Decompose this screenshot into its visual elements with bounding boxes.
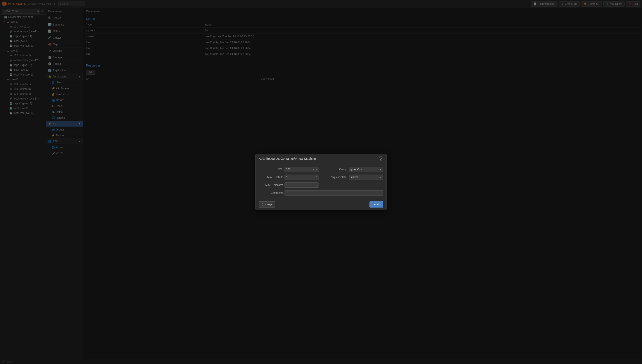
vm-clear-icon[interactable]: ✕: [312, 168, 314, 171]
max-relocate-up-arrow[interactable]: ▲: [316, 183, 318, 185]
max-relocate-field-row: Max. Relocate: ▲ ▼: [259, 182, 319, 188]
modal-close-button[interactable]: ✕: [379, 156, 383, 161]
request-state-label: Request State:: [323, 176, 347, 179]
request-state-value: started: [350, 176, 359, 179]
group-input[interactable]: group-1 ✕ ▼: [349, 167, 383, 172]
help-circle-icon: ?: [262, 203, 266, 206]
max-relocate-number-input[interactable]: [286, 183, 316, 188]
vm-input[interactable]: ✕ ▼: [285, 167, 319, 172]
modal-footer: ? Help Add: [256, 199, 386, 210]
modal-header: Add: Resource: Container/Virtual Machine…: [256, 154, 386, 163]
vm-dropdown-icon[interactable]: ▼: [315, 168, 317, 171]
max-restart-field-row: Max. Restart: ▲ ▼: [259, 174, 319, 180]
group-clear-icon[interactable]: ✕: [360, 168, 362, 171]
request-state-dropdown-icon: ▼: [379, 176, 382, 178]
max-restart-arrows: ▲ ▼: [316, 175, 318, 180]
modal-title: Add: Resource: Container/Virtual Machine: [259, 157, 316, 160]
comment-label: Comment:: [259, 192, 283, 194]
max-relocate-arrows: ▲ ▼: [316, 183, 318, 187]
max-restart-number-input[interactable]: [286, 175, 316, 180]
group-dropdown-icon[interactable]: ▼: [379, 168, 382, 171]
vm-label: VM:: [259, 168, 283, 171]
max-restart-label: Max. Restart:: [259, 176, 283, 179]
max-relocate-input[interactable]: ▲ ▼: [285, 182, 319, 188]
comment-field-row: Comment:: [259, 190, 383, 196]
modal-add-button[interactable]: Add: [369, 202, 383, 208]
modal-body: VM: ✕ ▼ Group: group-1 ✕ ▼: [256, 163, 386, 199]
group-tag-value: group-1: [350, 168, 359, 171]
max-restart-down-arrow[interactable]: ▼: [316, 177, 318, 180]
max-restart-up-arrow[interactable]: ▲: [316, 175, 318, 177]
request-state-select[interactable]: started ▼: [349, 174, 383, 180]
group-field-row: Group: group-1 ✕ ▼: [323, 167, 383, 172]
vm-text-input[interactable]: [286, 168, 311, 171]
add-resource-modal: Add: Resource: Container/Virtual Machine…: [256, 154, 386, 210]
modal-help-button[interactable]: ? Help: [259, 202, 275, 208]
max-relocate-label: Max. Relocate:: [259, 184, 283, 186]
empty-spacer: [323, 182, 383, 188]
vm-field-row: VM: ✕ ▼: [259, 167, 319, 172]
max-restart-input[interactable]: ▲ ▼: [285, 174, 319, 180]
modal-overlay[interactable]: Add: Resource: Container/Virtual Machine…: [0, 0, 642, 364]
group-label: Group:: [323, 168, 347, 171]
comment-input[interactable]: [285, 190, 383, 196]
max-relocate-down-arrow[interactable]: ▼: [316, 185, 318, 187]
request-state-field-row: Request State: started ▼: [323, 174, 383, 180]
form-grid: VM: ✕ ▼ Group: group-1 ✕ ▼: [259, 167, 383, 188]
